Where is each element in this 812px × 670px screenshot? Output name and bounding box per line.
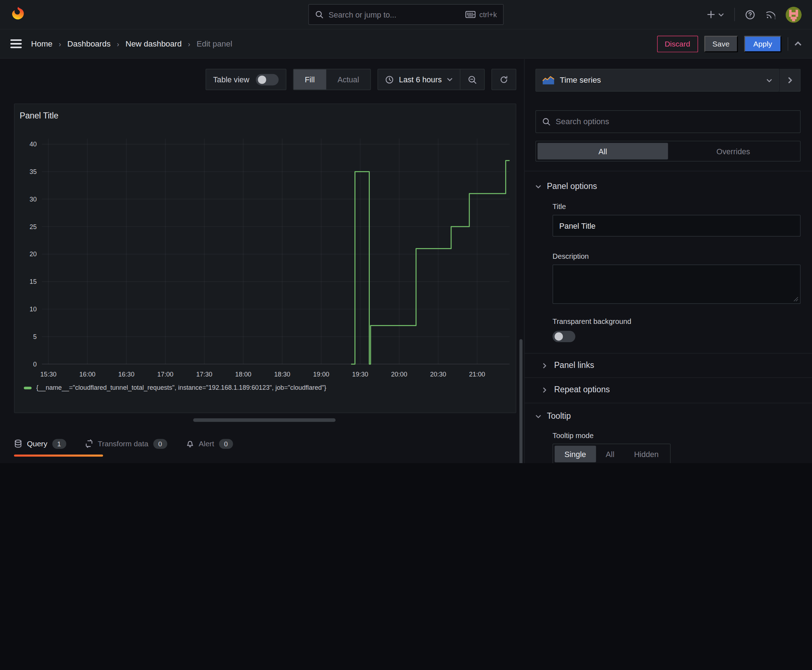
collapse-options-icon[interactable]: [795, 42, 802, 46]
repeat-options-section[interactable]: Repeat options: [536, 378, 801, 402]
menu-toggle[interactable]: [10, 39, 22, 48]
visualization-row: Time series: [536, 69, 801, 91]
title-label: Title: [553, 203, 800, 211]
svg-text:21:00: 21:00: [469, 371, 485, 378]
chevron-down-icon: [718, 12, 724, 16]
editor-tabs: Query 1 Transform data 0 Alert 0: [14, 433, 233, 455]
all-overrides-segmented: All Overrides: [536, 140, 801, 161]
divider: [524, 171, 812, 171]
time-range-picker[interactable]: Last 6 hours: [378, 69, 460, 90]
edit-actions: Discard Save Apply: [657, 36, 802, 52]
tooltip-header[interactable]: Tooltip: [536, 411, 801, 421]
svg-text:17:00: 17:00: [157, 371, 173, 378]
fill-option[interactable]: Fill: [293, 69, 326, 90]
svg-text:19:30: 19:30: [352, 371, 368, 378]
svg-text:20: 20: [30, 250, 37, 258]
divider: [734, 8, 735, 22]
viz-suggestions-button[interactable]: [779, 69, 800, 91]
tab-query[interactable]: Query 1: [14, 439, 66, 448]
panel-options-header[interactable]: Panel options: [536, 182, 801, 191]
active-tab-indicator: [14, 455, 103, 457]
table-view-control: Table view: [205, 69, 286, 90]
tab-alert[interactable]: Alert 0: [186, 439, 233, 448]
chevron-down-icon: [536, 415, 541, 418]
actual-option[interactable]: Actual: [326, 69, 371, 90]
panel-title-input[interactable]: [553, 215, 800, 237]
tab-transform-data[interactable]: Transform data 0: [85, 439, 167, 448]
search-icon: [315, 10, 323, 19]
search-icon: [542, 117, 550, 126]
svg-text:15: 15: [30, 278, 37, 285]
table-view-label: Table view: [213, 75, 249, 84]
database-icon: [14, 440, 22, 448]
chart-legend[interactable]: {__name__="cloudflared_tunnel_total_requ…: [24, 384, 327, 391]
refresh-button[interactable]: [492, 69, 516, 90]
panel-links-section[interactable]: Panel links: [536, 354, 801, 377]
grafana-logo[interactable]: [10, 6, 26, 23]
svg-text:20:30: 20:30: [430, 371, 446, 378]
svg-text:18:30: 18:30: [274, 371, 290, 378]
search-shortcut: ctrl+k: [465, 10, 497, 19]
breadcrumb-edit-panel: Edit panel: [197, 39, 232, 48]
keyboard-icon: [465, 11, 476, 18]
plus-icon: [706, 10, 716, 19]
tab-overrides[interactable]: Overrides: [668, 143, 798, 159]
options-search-input[interactable]: Search options: [536, 110, 801, 133]
transparent-background-toggle[interactable]: [553, 331, 575, 342]
main-content: Table view Fill Actual Last 6 hours: [0, 59, 524, 463]
legend-swatch: [24, 387, 32, 389]
breadcrumb: Home › Dashboards › New dashboard › Edit…: [31, 39, 232, 48]
scrollbar[interactable]: [519, 339, 523, 463]
panel-options-sidebar: Time series Search options All Overrides…: [524, 59, 812, 463]
add-new-button[interactable]: [706, 10, 724, 19]
grafana-edit-panel-page: Search or jump to... ctrl+k: [0, 0, 812, 463]
svg-text:30: 30: [30, 196, 37, 203]
news-button[interactable]: [765, 10, 775, 19]
resize-corner-icon: [793, 297, 798, 302]
chevron-right-icon: [543, 387, 546, 393]
time-range-group: Last 6 hours: [378, 69, 485, 90]
tooltip-mode-hidden[interactable]: Hidden: [624, 446, 668, 462]
chevron-right-icon: [543, 362, 546, 368]
svg-text:18:00: 18:00: [235, 371, 251, 378]
visualization-picker[interactable]: Time series: [536, 69, 779, 91]
svg-text:40: 40: [30, 140, 37, 148]
top-nav-actions: [706, 7, 802, 22]
tooltip-mode-single[interactable]: Single: [554, 446, 596, 462]
chevron-right-icon: [788, 77, 792, 84]
svg-text:0: 0: [33, 361, 37, 368]
apply-button[interactable]: Apply: [744, 36, 781, 52]
options-search-placeholder: Search options: [556, 117, 609, 126]
divider: [524, 403, 812, 403]
zoom-out-icon: [468, 75, 477, 84]
help-button[interactable]: [745, 10, 755, 19]
discard-button[interactable]: Discard: [657, 36, 698, 52]
time-series-icon: [542, 76, 554, 85]
breadcrumb-dashboards[interactable]: Dashboards: [67, 39, 111, 48]
tab-all[interactable]: All: [537, 143, 668, 159]
table-view-toggle[interactable]: [256, 74, 278, 85]
tooltip-mode-label: Tooltip mode: [553, 431, 800, 440]
breadcrumb-new-dashboard[interactable]: New dashboard: [125, 39, 181, 48]
refresh-icon: [500, 75, 508, 83]
transparent-background-label: Transparent background: [553, 318, 800, 326]
bell-icon: [186, 440, 194, 448]
svg-text:16:30: 16:30: [118, 371, 134, 378]
zoom-out-button[interactable]: [460, 69, 485, 90]
svg-text:15:30: 15:30: [41, 371, 57, 378]
legend-label[interactable]: {__name__="cloudflared_tunnel_total_requ…: [36, 384, 326, 391]
chart-svg[interactable]: 15:3016:0016:3017:0017:3018:0018:3019:00…: [14, 104, 515, 413]
tooltip-content: Tooltip mode Single All Hidden: [536, 431, 801, 463]
description-textarea[interactable]: [553, 264, 800, 304]
search-input[interactable]: Search or jump to... ctrl+k: [308, 4, 503, 25]
avatar[interactable]: [785, 7, 802, 22]
transform-count-badge: 0: [153, 439, 167, 448]
breadcrumb-home[interactable]: Home: [31, 39, 53, 48]
save-button[interactable]: Save: [704, 36, 738, 52]
chevron-down-icon: [536, 185, 541, 188]
breadcrumb-bar: Home › Dashboards › New dashboard › Edit…: [0, 29, 812, 58]
panel-options-content: Title Description Transparent background: [536, 203, 801, 344]
panel-resize-handle[interactable]: [193, 418, 336, 422]
tooltip-mode-all[interactable]: All: [596, 446, 624, 462]
query-count-badge: 1: [52, 439, 66, 448]
